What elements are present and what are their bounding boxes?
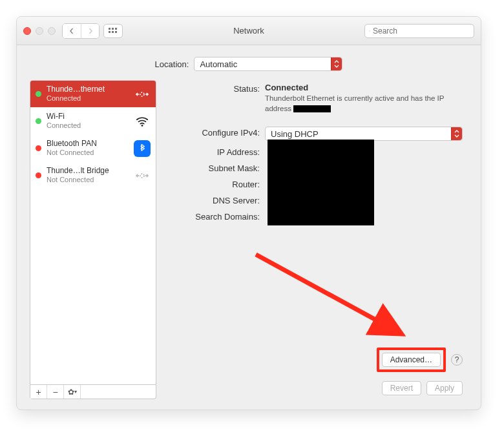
nav-buttons: [62, 23, 100, 39]
sidebar-item-label: Thunde…lt Bridge: [47, 167, 109, 176]
location-select[interactable]: Automatic: [194, 57, 342, 71]
dns-server-label: DNS Server:: [171, 194, 265, 205]
sidebar-item-label: Thunde…thernet: [47, 85, 105, 94]
location-label: Location:: [155, 59, 189, 69]
apply-button[interactable]: Apply: [426, 381, 463, 395]
search-domains-label: Search Domains:: [171, 211, 265, 222]
svg-point-9: [142, 125, 143, 127]
chevron-updown-icon: [331, 57, 342, 70]
back-button[interactable]: [63, 24, 81, 38]
configure-ipv4-label: Configure IPv4:: [171, 127, 265, 138]
zoom-button[interactable]: [48, 27, 56, 35]
location-value: Automatic: [200, 59, 237, 69]
svg-rect-2: [115, 28, 117, 30]
sidebar-item-status: Not Connected: [47, 176, 109, 184]
network-prefs-window: Network Location: Automatic Thunde…thern…: [16, 16, 481, 410]
minimize-button[interactable]: [36, 27, 43, 35]
revert-button[interactable]: Revert: [382, 381, 421, 395]
svg-point-8: [140, 92, 144, 96]
interface-actions-button[interactable]: ✿▾: [64, 385, 81, 399]
chevron-updown-icon: [451, 127, 462, 140]
sidebar-item-label: Bluetooth PAN: [47, 140, 97, 149]
traffic-lights: [23, 27, 56, 35]
router-label: Router:: [171, 178, 265, 189]
sidebar-item-status: Connected: [47, 121, 81, 130]
svg-point-10: [140, 174, 144, 178]
redacted-ip: [293, 105, 331, 112]
search-input[interactable]: [373, 26, 470, 36]
svg-rect-1: [112, 28, 114, 30]
list-footer: + − ✿▾: [30, 385, 156, 399]
advanced-button[interactable]: Advanced…: [382, 353, 441, 367]
status-description: Thunderbolt Ethernet is currently active…: [265, 94, 446, 114]
status-label: Status:: [171, 83, 265, 94]
sidebar-item-bluetooth-pan[interactable]: Bluetooth PAN Not Connected: [30, 135, 156, 162]
advanced-highlight: Advanced…: [377, 348, 446, 372]
help-button[interactable]: ?: [451, 354, 463, 366]
remove-interface-button[interactable]: −: [47, 385, 64, 399]
status-dot: [36, 91, 41, 97]
interface-list[interactable]: Thunde…thernet Connected Wi-Fi Connected: [30, 80, 156, 385]
status-dot: [36, 172, 41, 178]
configure-ipv4-value: Using DHCP: [271, 129, 319, 139]
subnet-mask-label: Subnet Mask:: [171, 162, 265, 173]
sidebar-item-thunderbolt-ethernet[interactable]: Thunde…thernet Connected: [30, 81, 156, 108]
wifi-icon: [134, 113, 151, 130]
status-dot: [36, 118, 41, 124]
close-button[interactable]: [23, 27, 31, 35]
svg-rect-3: [109, 31, 110, 33]
configure-ipv4-select[interactable]: Using DHCP: [265, 127, 463, 141]
sidebar-item-status: Connected: [47, 94, 105, 103]
show-all-button[interactable]: [103, 24, 123, 38]
body: Thunde…thernet Connected Wi-Fi Connected: [17, 80, 481, 410]
forward-button[interactable]: [81, 24, 99, 38]
sidebar-item-thunderbolt-bridge[interactable]: Thunde…lt Bridge Not Connected: [30, 162, 156, 189]
svg-point-6: [369, 30, 370, 31]
svg-rect-5: [115, 31, 117, 33]
ip-address-label: IP Address:: [171, 146, 265, 157]
main-panel: Status: Connected Thunderbolt Ethernet i…: [165, 80, 468, 399]
status-dot: [36, 145, 41, 151]
add-interface-button[interactable]: +: [30, 385, 47, 399]
svg-rect-4: [112, 31, 114, 33]
redacted-block: [268, 140, 374, 225]
svg-line-7: [370, 31, 370, 32]
ethernet-icon: [134, 167, 151, 184]
titlebar: Network: [17, 17, 481, 45]
sidebar-item-status: Not Connected: [47, 149, 97, 157]
callout-arrow: [236, 242, 430, 358]
svg-rect-0: [109, 28, 110, 30]
sidebar-item-label: Wi-Fi: [47, 112, 81, 121]
search-icon: [369, 27, 370, 35]
sidebar: Thunde…thernet Connected Wi-Fi Connected: [30, 80, 156, 399]
ethernet-icon: [134, 86, 151, 103]
sidebar-item-wifi[interactable]: Wi-Fi Connected: [30, 108, 156, 135]
location-row: Location: Automatic: [17, 45, 481, 80]
bluetooth-icon: [134, 140, 151, 157]
status-value: Connected: [265, 83, 308, 92]
search-field[interactable]: [364, 24, 474, 38]
